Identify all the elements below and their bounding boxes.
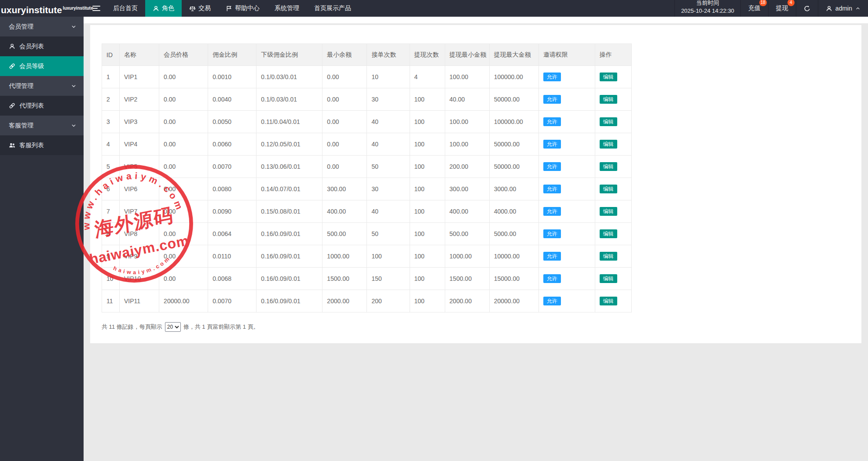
edit-button[interactable]: 编辑 — [600, 73, 617, 81]
chevron-down-icon — [71, 123, 77, 128]
allow-button[interactable]: 允许 — [543, 297, 561, 305]
action-cell: 编辑 — [595, 156, 631, 178]
nav-item-3[interactable]: 交易 — [182, 0, 218, 17]
table-cell: 100000.00 — [489, 111, 538, 133]
time-label: 当前时间 — [696, 0, 719, 7]
nav-item-label: 系统管理 — [275, 4, 299, 12]
column-header-11: 邀请权限 — [538, 44, 595, 66]
table-cell: 10000.00 — [489, 245, 538, 268]
pagination: 共 11 條記錄，每頁顯示 20 條，共 1 頁當前顯示第 1 頁。 — [102, 322, 861, 332]
logo-text: uxuryinstitute — [1, 5, 62, 15]
nav-item-5[interactable]: 系统管理 — [267, 0, 307, 17]
edit-button[interactable]: 编辑 — [600, 162, 617, 171]
table-cell: VIP10 — [120, 268, 159, 290]
column-header-4: 佣金比例 — [208, 44, 256, 66]
table-body: 1VIP10.000.00100.1/0.03/0.010.00104100.0… — [102, 66, 632, 312]
chevron-up-icon — [855, 6, 861, 11]
table-cell: 0.00 — [159, 111, 208, 133]
refresh-button[interactable] — [796, 0, 818, 17]
flag-icon — [226, 5, 232, 12]
table-cell: 0.0064 — [208, 223, 256, 245]
allow-button[interactable]: 允许 — [543, 229, 561, 238]
page-size-select[interactable]: 20 — [165, 322, 181, 332]
action-cell: 编辑 — [595, 223, 631, 245]
allow-button[interactable]: 允许 — [543, 207, 561, 216]
screen: uxuryinstituteluxuryinstitute 后台首页角色交易帮助… — [0, 0, 868, 461]
edit-button[interactable]: 编辑 — [600, 185, 617, 193]
edit-button[interactable]: 编辑 — [600, 229, 617, 238]
edit-button[interactable]: 编辑 — [600, 297, 617, 305]
sidebar-item-label: 代理管理 — [9, 82, 33, 90]
allow-button[interactable]: 允许 — [543, 185, 561, 193]
table-cell: 400.00 — [445, 200, 489, 223]
nav-item-label: 后台首页 — [113, 4, 138, 12]
logo-sup-text: luxuryinstitute — [63, 6, 93, 11]
edit-button[interactable]: 编辑 — [600, 117, 617, 126]
nav-item-label: 帮助中心 — [235, 4, 260, 12]
allow-button[interactable]: 允许 — [543, 274, 561, 283]
nav-item-label: 角色 — [162, 4, 174, 12]
table-row: 2VIP20.000.00400.1/0.03/0.010.003010040.… — [102, 88, 632, 111]
sidebar-item-7[interactable]: 客服列表 — [0, 135, 84, 155]
allow-button[interactable]: 允许 — [543, 140, 561, 149]
table-cell: 0.00 — [322, 111, 367, 133]
current-time: 当前时间 2025-10-24 14:22:30 — [674, 0, 740, 17]
table-cell: 100.00 — [445, 133, 489, 156]
table-cell: 0.00 — [159, 223, 208, 245]
link-icon — [9, 102, 15, 109]
table-cell: 400.00 — [322, 200, 367, 223]
sidebar-item-6[interactable]: 客服管理 — [0, 116, 84, 135]
recharge-button[interactable]: 充值 18 — [740, 0, 768, 17]
edit-button[interactable]: 编辑 — [600, 252, 617, 261]
sidebar-item-4[interactable]: 代理管理 — [0, 76, 84, 96]
sidebar-item-3[interactable]: 会员等级 — [0, 56, 84, 76]
allow-button[interactable]: 允许 — [543, 117, 561, 126]
top-nav: 后台首页角色交易帮助中心系统管理首页展示产品 — [106, 0, 359, 17]
table-cell: VIP1 — [120, 66, 159, 88]
table-cell: 0.00 — [322, 133, 367, 156]
table-cell: 0.00 — [159, 200, 208, 223]
edit-button[interactable]: 编辑 — [600, 95, 617, 104]
table-row: 10VIP100.000.00680.16/0.09/0.011500.0015… — [102, 268, 632, 290]
table-cell: 0.15/0.08/0.01 — [256, 200, 322, 223]
allow-button[interactable]: 允许 — [543, 162, 561, 171]
top-header: uxuryinstituteluxuryinstitute 后台首页角色交易帮助… — [0, 0, 868, 17]
allow-button[interactable]: 允许 — [543, 73, 561, 81]
table-cell: 100 — [410, 133, 445, 156]
table-cell: 30 — [367, 88, 410, 111]
sidebar-item-2[interactable]: 会员列表 — [0, 36, 84, 56]
header-right: 当前时间 2025-10-24 14:22:30 充值 18 提现 4 — [674, 0, 868, 17]
nav-item-6[interactable]: 首页展示产品 — [307, 0, 359, 17]
edit-button[interactable]: 编辑 — [600, 274, 617, 283]
withdraw-button[interactable]: 提现 4 — [768, 0, 796, 17]
table-cell: VIP7 — [120, 200, 159, 223]
sidebar-item-5[interactable]: 代理列表 — [0, 96, 84, 116]
refresh-icon — [804, 5, 810, 12]
sidebar-item-label: 代理列表 — [19, 102, 44, 110]
allow-button[interactable]: 允许 — [543, 95, 561, 104]
edit-button[interactable]: 编辑 — [600, 207, 617, 216]
sidebar-item-1[interactable]: 会员管理 — [0, 17, 84, 36]
invite-permission-cell: 允许 — [538, 245, 595, 268]
edit-button[interactable]: 编辑 — [600, 140, 617, 149]
user-icon — [826, 5, 832, 12]
table-cell: 40 — [367, 200, 410, 223]
nav-item-2[interactable]: 角色 — [145, 0, 182, 17]
chevron-down-icon — [71, 24, 77, 29]
table-cell: 0.11/0.04/0.01 — [256, 111, 322, 133]
action-cell: 编辑 — [595, 88, 631, 111]
table-cell: 40.00 — [445, 88, 489, 111]
allow-button[interactable]: 允许 — [543, 252, 561, 261]
user-menu[interactable]: admin — [818, 0, 868, 17]
table-cell: 20000.00 — [159, 290, 208, 312]
username: admin — [835, 5, 852, 12]
table-cell: 100 — [367, 245, 410, 268]
nav-item-4[interactable]: 帮助中心 — [218, 0, 267, 17]
table-cell: 2 — [102, 88, 120, 111]
table-cell: 100 — [410, 200, 445, 223]
menu-toggle-icon[interactable] — [92, 0, 100, 17]
table-cell: 40 — [367, 111, 410, 133]
nav-item-1[interactable]: 后台首页 — [106, 0, 145, 17]
table-cell: 100 — [410, 245, 445, 268]
table-cell: 4000.00 — [489, 200, 538, 223]
